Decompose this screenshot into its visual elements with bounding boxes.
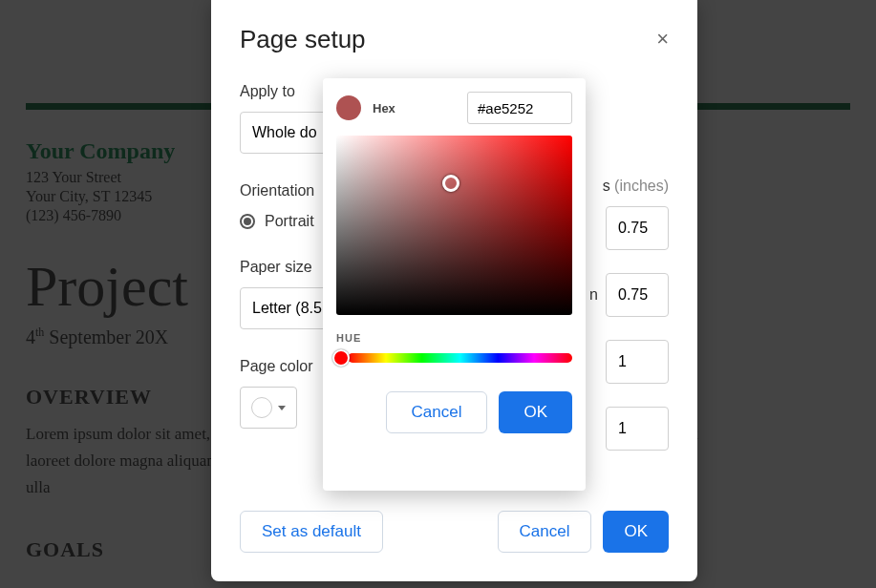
dialog-title: Page setup (240, 25, 669, 54)
hex-label: Hex (373, 101, 395, 116)
hue-thumb-icon[interactable] (332, 349, 350, 367)
sv-thumb-icon[interactable] (442, 175, 459, 192)
close-icon[interactable]: × (656, 27, 669, 52)
hue-label: HUE (336, 332, 572, 344)
ok-button[interactable]: OK (603, 511, 669, 553)
orientation-portrait-radio[interactable] (240, 214, 255, 229)
picker-ok-button[interactable]: OK (499, 391, 572, 433)
margin-bottom-input[interactable]: 0.75 (606, 273, 669, 317)
hex-input[interactable]: #ae5252 (467, 92, 572, 124)
color-picker-popover: Hex #ae5252 HUE Cancel OK (323, 78, 586, 491)
chevron-down-icon (278, 406, 286, 410)
margin-side-label: n (589, 286, 598, 304)
page-color-button[interactable] (240, 387, 297, 429)
set-as-default-button[interactable]: Set as default (240, 511, 383, 553)
hue-slider[interactable] (348, 353, 572, 363)
margins-hint: (inches) (614, 178, 669, 194)
cancel-button[interactable]: Cancel (498, 511, 592, 553)
saturation-value-field[interactable] (336, 136, 572, 315)
page-color-swatch-icon (251, 397, 272, 418)
margin-left-input[interactable]: 1 (606, 340, 669, 384)
orientation-portrait-label: Portrait (265, 213, 314, 230)
picker-cancel-button[interactable]: Cancel (386, 391, 488, 433)
margin-right-input[interactable]: 1 (606, 407, 669, 451)
margin-top-input[interactable]: 0.75 (606, 206, 669, 250)
picker-current-swatch-icon (336, 95, 361, 120)
